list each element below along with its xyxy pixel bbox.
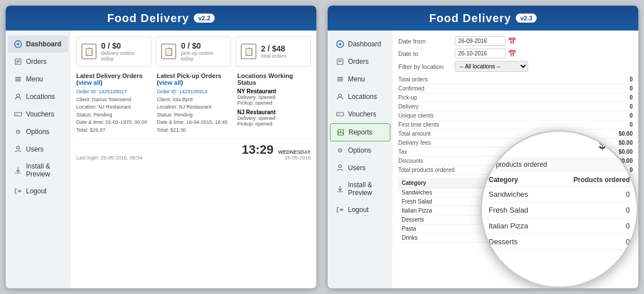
pickup-total: Total: $21.30 <box>157 127 233 135</box>
sidebar-item-dashboard[interactable]: Dashboard <box>8 36 68 53</box>
date-to-calendar-icon: 📅 <box>508 50 516 58</box>
right-sidebar-item-vouchers[interactable]: Vouchers <box>330 106 390 123</box>
right-users-icon <box>336 163 345 172</box>
date-to-input[interactable] <box>455 49 506 58</box>
stat-pickup: Pick-up 0 <box>398 93 633 102</box>
right-sidebar-item-dashboard[interactable]: Dashboard <box>330 36 390 53</box>
time-section: 13:29 WEDNESDAY 25-05-2016 <box>242 142 311 161</box>
stat-card-total: 📋 2 / $48 total orders <box>236 36 311 67</box>
delivery-order-id: Order ID: 1429100017 <box>76 89 127 94</box>
ny-pickup-status: Pickup: opened <box>237 100 311 106</box>
right-sidebar-orders-label: Orders <box>348 58 369 66</box>
vouchers-icon <box>14 110 23 119</box>
delivery-orders-link[interactable]: view all <box>79 79 101 86</box>
right-sidebar-item-locations[interactable]: Locations <box>330 88 390 105</box>
time-display: 13:29 <box>242 142 273 157</box>
right-header: Food Delivery v2.3 <box>328 6 638 31</box>
date-from-calendar-icon: 📅 <box>508 37 516 45</box>
left-header: Food Delivery v2.2 <box>6 6 316 31</box>
magnify-row-salad: Fresh Salad 0 <box>482 202 637 218</box>
right-sidebar-item-orders[interactable]: Orders <box>330 53 390 70</box>
right-sidebar: Dashboard Orders <box>328 31 393 288</box>
sidebar-locations-label: Locations <box>26 93 55 101</box>
locations-col: Locations Working Status NY Restaurant D… <box>237 72 311 134</box>
date-to-label: Date to <box>398 50 455 57</box>
right-sidebar-options-label: Options <box>348 146 371 154</box>
svg-point-33 <box>340 150 341 151</box>
right-app-body: Dashboard Orders <box>328 31 638 288</box>
filter-row: Filter by location -- All locations -- <box>398 61 633 72</box>
right-sidebar-install-label: Install & Preview <box>348 181 385 197</box>
date-from-input[interactable] <box>455 36 506 46</box>
sidebar-options-label: Options <box>26 128 49 136</box>
delivery-stat-label: delivery orders today <box>101 50 146 62</box>
left-sidebar: Dashboard Orders <box>6 31 71 288</box>
svg-point-25 <box>339 94 342 97</box>
magnify-row-sandwiches: Sandwiches 0 <box>482 187 637 202</box>
left-app-container: Food Delivery v2.2 Dashboard <box>6 6 316 288</box>
right-sidebar-menu-label: Menu <box>348 75 365 83</box>
orders-icon <box>14 57 23 66</box>
sidebar-menu-label: Menu <box>26 75 43 83</box>
pickup-orders-col: Latest Pick-up Orders (view all) Order I… <box>157 72 233 134</box>
date-to-row: Date to 📅 <box>398 49 633 58</box>
right-vouchers-icon <box>336 110 345 119</box>
ny-restaurant-name: NY Restaurant <box>237 88 311 94</box>
options-icon <box>14 127 23 136</box>
right-sidebar-item-reports[interactable]: Reports <box>330 123 390 141</box>
svg-point-13 <box>18 131 19 132</box>
right-install-icon <box>336 184 345 193</box>
left-app-title: Food Delivery <box>107 12 189 25</box>
delivery-datetime: Date & time: 01-01-1970, 00:00 <box>76 119 153 127</box>
day-display: WEDNESDAY <box>278 149 311 155</box>
right-sidebar-item-options[interactable]: Options <box>330 142 390 159</box>
right-version-badge: v2.3 <box>516 14 537 23</box>
delivery-total: Total: $26.97 <box>76 127 153 135</box>
right-dashboard-icon <box>336 40 345 49</box>
pickup-order-id: Order ID: 1429106913 <box>157 89 208 94</box>
right-sidebar-dashboard-label: Dashboard <box>348 40 381 48</box>
svg-point-18 <box>339 43 341 45</box>
location-item-nj: NJ Restaurant Delivery: opened Pickup: o… <box>237 109 311 127</box>
pickup-orders-link[interactable]: view all <box>159 79 181 86</box>
delivery-orders-col: Latest Delivery Orders (view all) Order … <box>76 72 153 134</box>
sidebar-item-users[interactable]: Users <box>8 141 68 158</box>
sidebar-orders-label: Orders <box>26 58 47 66</box>
total-stat-value: 2 / $48 <box>261 44 286 53</box>
sidebar-install-label: Install & Preview <box>26 162 63 178</box>
right-panel: Food Delivery v2.3 Dashboard <box>322 0 644 294</box>
svg-rect-10 <box>15 113 21 116</box>
stat-card-pickup: 📋 0 / $0 pick-up orders today <box>156 36 231 67</box>
stat-delivery: Delivery 0 <box>398 102 633 111</box>
orders-section: Latest Delivery Orders (view all) Order … <box>76 72 311 134</box>
nj-pickup-status: Pickup: opened <box>237 121 311 127</box>
sidebar-item-orders[interactable]: Orders <box>8 53 68 70</box>
left-panel: Food Delivery v2.2 Dashboard <box>0 0 322 294</box>
right-sidebar-item-logout[interactable]: Logout <box>330 201 390 218</box>
right-sidebar-vouchers-label: Vouchers <box>348 110 376 118</box>
locations-icon <box>14 92 23 101</box>
magnify-row-pizza: Italian Pizza 0 <box>482 218 637 234</box>
delivery-location: Location: NJ Restaurant <box>76 103 153 111</box>
svg-point-14 <box>17 146 20 149</box>
right-options-icon <box>336 146 345 155</box>
right-sidebar-item-menu[interactable]: Menu <box>330 71 390 88</box>
right-reports-icon <box>336 128 345 137</box>
filter-select[interactable]: -- All locations -- <box>455 61 528 72</box>
sidebar-item-install[interactable]: Install & Preview <box>8 158 68 182</box>
right-sidebar-item-users[interactable]: Users <box>330 159 390 176</box>
date-display: 25-05-2016 <box>278 155 311 161</box>
sidebar-item-options[interactable]: Options <box>8 123 68 140</box>
sidebar-item-vouchers[interactable]: Vouchers <box>8 106 68 123</box>
sidebar-item-locations[interactable]: Locations <box>8 88 68 105</box>
filter-label: Filter by location <box>398 63 455 70</box>
right-sidebar-reports-label: Reports <box>349 128 372 136</box>
sidebar-item-menu[interactable]: Menu <box>8 71 68 88</box>
magnify-products-col: Products ordered <box>573 176 630 184</box>
sidebar-dashboard-label: Dashboard <box>26 40 62 48</box>
magnify-category-col: Category <box>489 176 518 184</box>
stat-first-time: First time clients 0 <box>398 120 633 129</box>
sidebar-item-logout[interactable]: Logout <box>8 183 68 200</box>
right-sidebar-item-install[interactable]: Install & Preview <box>330 177 390 201</box>
pickup-client: Client: Iola Byrd <box>157 96 233 104</box>
